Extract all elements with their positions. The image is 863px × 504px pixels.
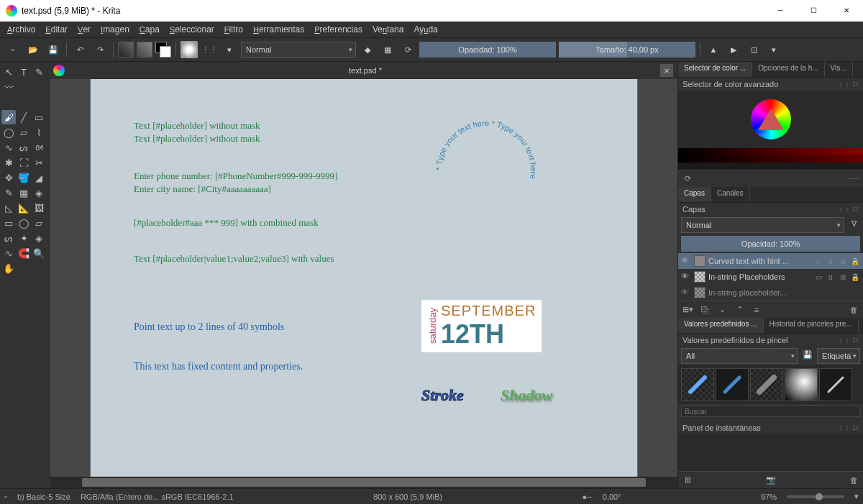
layer-row[interactable]: 👁 In-string Placeholders ▭α⊞🔒 [678, 269, 863, 285]
wrap-icon[interactable]: ⊡ [745, 41, 762, 58]
gradient-swatch-1[interactable] [118, 42, 134, 58]
brush-preset[interactable] [819, 368, 852, 401]
menu-herramientas[interactable]: Herramientas [249, 23, 309, 36]
pan-tool-icon[interactable]: ✋ [1, 261, 16, 275]
menu-ver[interactable]: Ver [73, 23, 95, 36]
brush-preset[interactable] [681, 368, 714, 401]
gradient-swatch-2[interactable] [137, 42, 152, 58]
blend-mode-dropdown[interactable]: Normal [241, 42, 356, 58]
eraser-icon[interactable]: ◆ [359, 41, 376, 58]
tab-presets[interactable]: Valores predefinidos ... [678, 318, 764, 333]
rect-tool-icon[interactable]: ▭ [32, 110, 46, 124]
pattern-tool-icon[interactable]: ▦ [17, 185, 31, 200]
close-button[interactable]: ✕ [830, 0, 863, 22]
tab-close-icon[interactable]: ✕ [660, 64, 673, 77]
visibility-icon[interactable]: 👁 [681, 256, 691, 266]
move-layer-icon[interactable]: ✥ [1, 170, 16, 185]
text-tool-icon[interactable]: T [17, 65, 31, 79]
workspace-icon[interactable]: ▾ [765, 41, 782, 58]
mirror-v-icon[interactable]: ▶ [725, 41, 742, 58]
fill-tool-icon[interactable]: 🪣 [17, 170, 31, 185]
save-icon[interactable]: 💾 [45, 41, 62, 58]
menu-imagen[interactable]: Imagen [96, 23, 134, 36]
edit-shape-tool-icon[interactable]: ✎ [32, 65, 46, 79]
layer-row[interactable]: 👁 Curved text with hint ... ▭α⊞🔒 [678, 253, 863, 269]
reference-tool-icon[interactable]: 🖼 [32, 201, 46, 215]
document-canvas[interactable]: Text [#placeholder] without mask Text [#… [91, 79, 637, 477]
zoom-dropdown-icon[interactable]: ▾ [854, 492, 859, 501]
freehand-tool-icon[interactable]: ᔕ [17, 140, 31, 155]
selection-indicator-icon[interactable]: ▫ [4, 492, 7, 501]
gradient-tool-icon[interactable]: ◢ [32, 170, 46, 185]
menu-filtro[interactable]: Filtro [220, 23, 247, 36]
brush-preset[interactable] [785, 368, 818, 401]
select-magnetic-icon[interactable]: 🧲 [17, 246, 31, 260]
tab-channels[interactable]: Canales [711, 187, 750, 202]
tab-overview[interactable]: Vis... [825, 62, 853, 77]
line-tool-icon[interactable]: ╱ [17, 110, 31, 124]
ellipse-tool-icon[interactable]: ◯ [1, 125, 16, 139]
cycle-icon[interactable]: ⟳ [681, 173, 694, 185]
visibility-icon[interactable]: 👁 [681, 288, 691, 298]
crop-tool-icon[interactable]: ✂ [32, 155, 46, 170]
polyline-tool-icon[interactable]: ⌇ [32, 125, 46, 139]
tab-color-selector[interactable]: Selector de color ... [678, 62, 752, 77]
tab-tool-options[interactable]: Opciones de la h... [752, 62, 824, 77]
select-free-icon[interactable]: ᔕ [1, 231, 16, 245]
rotation-indicator-icon[interactable]: ●─ [582, 492, 592, 501]
filter-icon[interactable]: ∇ [847, 217, 860, 230]
dynamic-brush-icon[interactable]: ᘛ [32, 140, 46, 155]
brush-search-input[interactable] [681, 406, 860, 417]
zoom-slider[interactable] [787, 495, 844, 498]
snapshot-camera-icon[interactable]: 📷 [764, 474, 777, 487]
select-poly-icon[interactable]: ▱ [32, 216, 46, 230]
menu-archivo[interactable]: Archivo [3, 23, 40, 36]
duplicate-layer-icon[interactable]: ⿻ [698, 303, 711, 316]
color-wheel[interactable] [678, 91, 863, 148]
layer-opacity-slider[interactable]: Opacidad: 100% [681, 236, 860, 252]
add-layer-icon[interactable]: ⊞▾ [681, 303, 694, 316]
measure-tool-icon[interactable]: 📐 [17, 201, 31, 215]
storage-icon[interactable]: 💾 [801, 348, 814, 361]
horizontal-scrollbar[interactable] [50, 477, 677, 488]
delete-layer-icon[interactable]: 🗑 [847, 303, 860, 316]
minimize-button[interactable]: ─ [764, 0, 797, 22]
calligraphy-tool-icon[interactable]: 〰 [1, 80, 16, 94]
menu-ayuda[interactable]: Ayuda [409, 23, 442, 36]
reload-icon[interactable]: ⟳ [399, 41, 416, 58]
status-colorspace[interactable]: RGB/Alfa (Entero de... sRGB IEC61966-2.1 [81, 492, 234, 501]
brush-preview[interactable] [181, 41, 198, 58]
brush-preset[interactable] [750, 368, 783, 401]
preset-filter-dropdown[interactable]: All [681, 348, 798, 364]
brush-settings-icon[interactable]: ⋮⋮ [201, 41, 218, 58]
menu-capa[interactable]: Capa [135, 23, 164, 36]
visibility-icon[interactable]: 👁 [681, 272, 691, 282]
layer-row[interactable]: 👁 In-string placeholder... [678, 285, 863, 301]
move-tool-icon[interactable]: ↖ [1, 65, 16, 79]
menu-editar[interactable]: Editar [41, 23, 72, 36]
select-rect-icon[interactable]: ▭ [1, 216, 16, 230]
zoom-tool-icon[interactable]: 🔍 [32, 246, 46, 260]
brush-preset[interactable] [716, 368, 749, 401]
select-ellipse-icon[interactable]: ◯ [17, 216, 31, 230]
redo-icon[interactable]: ↷ [91, 41, 109, 58]
brush-chooser-icon[interactable]: ▾ [221, 41, 238, 58]
opacity-slider[interactable]: Opacidad: 100% [419, 42, 556, 58]
select-contig-icon[interactable]: ✦ [17, 231, 31, 245]
transform-tool-icon[interactable]: ⛶ [17, 155, 31, 170]
delete-snapshot-icon[interactable]: 🗑 [847, 474, 860, 487]
layer-blend-dropdown[interactable]: Normal [681, 217, 844, 233]
menu-preferencias[interactable]: Preferencias [310, 23, 367, 36]
color-history[interactable] [678, 148, 863, 170]
mirror-h-icon[interactable]: ▲ [705, 41, 722, 58]
size-slider[interactable]: Tamaño: 40,00 px [559, 42, 695, 58]
menu-seleccionar[interactable]: Seleccionar [165, 23, 219, 36]
maximize-button[interactable]: ☐ [797, 0, 830, 22]
tab-layers[interactable]: Capas [678, 187, 711, 202]
viewport[interactable]: Text [#placeholder] without mask Text [#… [50, 79, 677, 477]
smart-fill-icon[interactable]: ◈ [32, 185, 46, 200]
brush-tool-icon[interactable]: 🖌 [1, 110, 16, 124]
multibrush-icon[interactable]: ✱ [1, 155, 16, 170]
tag-dropdown[interactable]: Etiqueta [817, 348, 860, 364]
undo-icon[interactable]: ↶ [71, 41, 88, 58]
